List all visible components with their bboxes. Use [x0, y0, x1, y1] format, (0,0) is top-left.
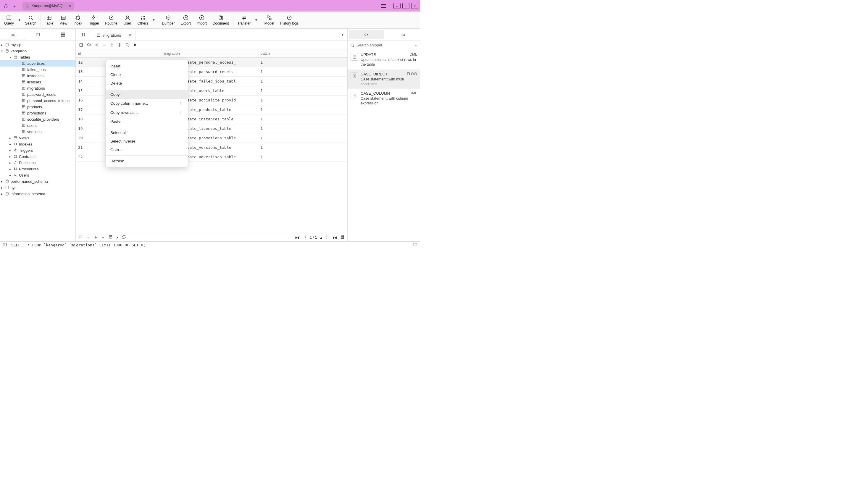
tree-folder[interactable]: ▸Contraints	[0, 154, 75, 160]
tree-table[interactable]: personal_access_tokens	[0, 97, 75, 104]
trigger-button[interactable]: Trigger	[85, 14, 102, 26]
ctx-copy-column-name-[interactable]: Copy column name...〉	[106, 99, 188, 108]
tree-folder[interactable]: ▸Procedures	[0, 166, 75, 172]
tree-table[interactable]: promotions	[0, 110, 75, 116]
index-button[interactable]: Index	[70, 14, 85, 26]
cancel-icon[interactable]: ×	[116, 235, 119, 240]
remove-row-icon[interactable]: －	[101, 235, 105, 240]
close-window-button[interactable]: ×	[411, 3, 418, 9]
search-button[interactable]: Search	[22, 14, 39, 26]
view-button[interactable]: View	[56, 14, 70, 26]
document-button[interactable]: Document	[210, 14, 232, 26]
model-button[interactable]: Model	[261, 14, 277, 26]
play-icon[interactable]	[132, 42, 137, 47]
snippet-item[interactable]: CASE_COLUMNDMLCase statementt with colum…	[348, 89, 420, 108]
next-page-icon[interactable]: 〉	[325, 235, 330, 240]
content-tab-migrations[interactable]: migrations ×	[92, 30, 135, 40]
new-record-icon[interactable]	[79, 42, 84, 47]
tree-folder[interactable]: ▸Views	[0, 135, 75, 141]
close-tab-icon[interactable]: ×	[129, 33, 131, 38]
tree-folder[interactable]: ▸Functions	[0, 160, 75, 166]
list-icon[interactable]	[102, 42, 107, 47]
snippet-search-input[interactable]	[357, 43, 413, 47]
column-header-batch[interactable]: batch	[258, 49, 347, 58]
ctx-insert[interactable]: Insert	[106, 62, 188, 70]
hamburger-menu-icon[interactable]	[381, 2, 388, 10]
tree-db[interactable]: ▸information_schema	[0, 191, 75, 197]
query-dropdown-icon[interactable]: ▼	[17, 18, 22, 22]
tree-table[interactable]: users	[0, 123, 75, 129]
window-tab[interactable]: Kangaroo@MySQL ×	[22, 2, 74, 10]
cloud-icon[interactable]	[86, 42, 91, 47]
snippet-code-tab[interactable]	[349, 30, 384, 39]
prev-page-icon[interactable]: 〈	[302, 235, 307, 240]
query-button[interactable]: Query	[1, 14, 17, 26]
snippet-chart-tab[interactable]	[385, 29, 420, 40]
shuffle-icon[interactable]	[94, 42, 99, 47]
close-tab-icon[interactable]: ×	[69, 3, 71, 8]
tree-folder[interactable]: ▾Tables	[0, 54, 75, 60]
sidebar-tab-list[interactable]	[0, 29, 25, 40]
sidebar-tab-card[interactable]	[25, 29, 50, 40]
new-tab-button[interactable]: ＋	[10, 2, 19, 10]
content-overview-tab[interactable]	[76, 29, 90, 40]
tree-db[interactable]: ▾kangaroo	[0, 48, 75, 54]
column-header-id[interactable]: id	[76, 49, 162, 58]
settings-icon[interactable]	[117, 42, 122, 47]
tree-table[interactable]: versions	[0, 129, 75, 135]
ctx-select-all[interactable]: Select all	[106, 128, 188, 137]
ctx-clone[interactable]: Clone	[106, 70, 188, 79]
tree-folder[interactable]: ▸Users	[0, 172, 75, 178]
snippet-item[interactable]: CASE_DIRECTFLOWCase statementt with mult…	[348, 70, 420, 89]
refresh-icon[interactable]	[122, 235, 126, 240]
routine-button[interactable]: Routine	[102, 14, 120, 26]
page-dropdown-icon[interactable]: ▴	[320, 235, 323, 240]
transfer-dropdown-icon[interactable]: ▼	[254, 18, 259, 22]
history-button[interactable]: History logs	[277, 14, 302, 26]
tree-db[interactable]: ▸sys	[0, 184, 75, 191]
tree-table[interactable]: socialite_providers	[0, 116, 75, 123]
maximize-button[interactable]: □	[402, 3, 410, 9]
last-page-icon[interactable]: ⏭	[333, 235, 337, 240]
transfer-button[interactable]: Transfer	[235, 14, 254, 26]
tree-table[interactable]: failed_jobs	[0, 67, 75, 73]
tree-table[interactable]: password_resets	[0, 91, 75, 97]
tree-folder[interactable]: ▸Triggers	[0, 147, 75, 154]
table-button[interactable]: Table	[42, 14, 56, 26]
chevron-down-icon[interactable]: ⌄	[415, 43, 418, 47]
ctx-refresh[interactable]: Refresh	[106, 157, 188, 165]
ctx-copy[interactable]: Copy	[106, 90, 188, 99]
toggle-right-panel-icon[interactable]	[413, 242, 418, 248]
download-icon[interactable]	[109, 42, 114, 47]
ctx-goto-[interactable]: Goto...	[106, 145, 188, 154]
column-header-migration[interactable]: migration	[162, 49, 258, 58]
tree-table[interactable]: instances	[0, 73, 75, 79]
tree-folder[interactable]: ▸Indexes	[0, 141, 75, 147]
tree-table[interactable]: migrations	[0, 85, 75, 91]
snippet-item[interactable]: UPDATEDMLUpdate columns of a exist rows …	[348, 50, 420, 70]
ctx-select-inverse[interactable]: Select inverse	[106, 137, 188, 145]
add-row-icon[interactable]: ＋	[93, 235, 98, 240]
save-icon[interactable]	[108, 235, 113, 240]
others-button[interactable]: Others	[134, 14, 151, 26]
tree-table[interactable]: products	[0, 104, 75, 110]
toggle-left-panel-icon[interactable]	[2, 242, 7, 248]
ctx-copy-rows-as-[interactable]: Copy rows as...〉	[106, 108, 188, 117]
sidebar-tab-grid[interactable]	[50, 29, 75, 40]
minimize-button[interactable]: –	[394, 3, 401, 9]
tree-db[interactable]: ▸performance_schema	[0, 178, 75, 184]
search-icon[interactable]	[125, 42, 130, 47]
export-button[interactable]: Export	[178, 14, 194, 26]
grid-mode-icon[interactable]	[340, 235, 345, 240]
others-dropdown-icon[interactable]: ▼	[151, 18, 157, 22]
user-button[interactable]: User	[121, 14, 134, 26]
ctx-paste[interactable]: Paste	[106, 117, 188, 126]
dumper-button[interactable]: Dumper	[159, 14, 178, 26]
import-button[interactable]: Import	[194, 14, 210, 26]
plugin-icon[interactable]	[78, 235, 83, 240]
filter-line-icon[interactable]	[86, 235, 91, 240]
tabs-dropdown-icon[interactable]: ▼	[338, 29, 347, 40]
tree-db[interactable]: ▸mysql	[0, 42, 75, 48]
ctx-delete[interactable]: Delete	[106, 79, 188, 88]
tree-table[interactable]: advertises	[0, 60, 75, 67]
